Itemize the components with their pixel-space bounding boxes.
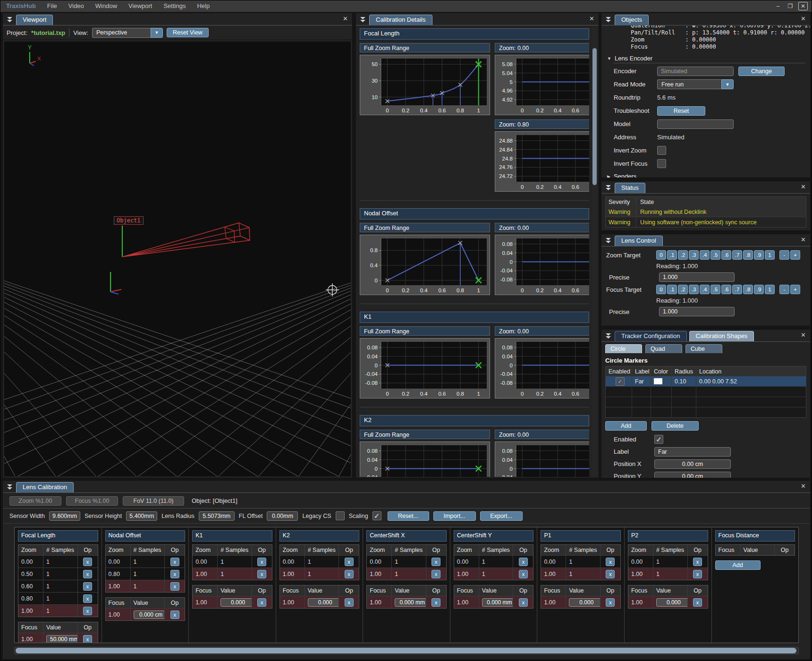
check-icon[interactable]: ✓ [616, 377, 625, 386]
zoom-progress-button[interactable]: Zoom %1.00 [9, 496, 61, 506]
sample-row[interactable]: 1.001x [541, 568, 620, 580]
view-select[interactable]: Perspective ▼ [92, 28, 163, 38]
read-mode-select[interactable]: Free run ▼ [657, 79, 734, 89]
close-icon[interactable]: ✕ [343, 16, 348, 22]
target-value-button[interactable]: .9 [754, 285, 764, 294]
target-value-button[interactable]: .7 [732, 250, 742, 260]
reset-button[interactable]: Reset [657, 106, 705, 116]
tab-objects[interactable]: Objects [615, 15, 649, 25]
sample-row[interactable]: 1.001x [454, 568, 533, 580]
sample-row[interactable]: 0.501x [18, 568, 98, 580]
import-button[interactable]: Import... [433, 511, 476, 521]
remove-sample-button[interactable]: x [257, 570, 266, 578]
remove-sample-button[interactable]: x [693, 598, 702, 607]
sample-row[interactable]: 1.001x [280, 568, 359, 580]
focus-row[interactable]: 1.000.000 mmx [367, 596, 446, 608]
remove-sample-button[interactable]: x [519, 570, 528, 578]
tab-calibration-shapes[interactable]: Calibration Shapes [689, 331, 754, 341]
remove-sample-button[interactable]: x [519, 598, 528, 607]
sample-row[interactable]: 0.001x [193, 555, 272, 568]
encoder-field[interactable]: Simulated [657, 67, 734, 76]
menu-file[interactable]: File [42, 0, 63, 12]
collapse-icon[interactable] [604, 16, 612, 23]
target-value-button[interactable]: .6 [721, 250, 731, 260]
value-input[interactable]: 0.000 cm [134, 610, 165, 619]
tab-status[interactable]: Status [615, 183, 645, 193]
collapse-icon[interactable] [604, 237, 612, 244]
add-focus-button[interactable]: Add [715, 560, 761, 570]
remove-sample-button[interactable]: x [170, 570, 179, 578]
remove-sample-button[interactable]: x [693, 558, 702, 566]
target-value-button[interactable]: .1 [667, 250, 677, 260]
remove-sample-button[interactable]: x [606, 558, 615, 566]
focus-row[interactable]: 1.000.000x [193, 596, 272, 608]
remove-sample-button[interactable]: x [345, 598, 354, 607]
target-value-button[interactable]: 1 [765, 285, 775, 294]
marker-label-input[interactable] [654, 447, 731, 457]
collapse-icon[interactable] [604, 184, 612, 191]
menu-video[interactable]: Video [63, 0, 90, 12]
sample-row[interactable]: 0.801x [106, 568, 185, 580]
remove-sample-button[interactable]: x [519, 558, 528, 566]
collapse-icon[interactable] [604, 332, 612, 339]
subtab-circle[interactable]: Circle [605, 344, 642, 353]
sample-row[interactable]: 1.001x [628, 568, 708, 580]
increment-button[interactable]: + [790, 250, 800, 260]
sample-row[interactable]: 0.001x [280, 555, 359, 568]
sensor-width-field[interactable]: 9.600mm [49, 511, 80, 521]
close-icon[interactable]: ✕ [589, 16, 594, 22]
reset-calibration-button[interactable]: Reset... [388, 511, 429, 521]
minimize-icon[interactable]: – [774, 2, 782, 10]
scrollbar-thumb[interactable] [16, 648, 796, 653]
subtab-quad[interactable]: Quad [645, 344, 682, 353]
remove-sample-button[interactable]: x [83, 558, 92, 566]
focus-row[interactable]: 1.000.000x [628, 596, 708, 608]
menu-settings[interactable]: Settings [158, 0, 191, 12]
scaling-checkbox[interactable]: ✓ [372, 511, 381, 520]
focus-row[interactable]: 1.000.000x [280, 596, 359, 608]
legacy-cs-checkbox[interactable] [336, 511, 345, 520]
object-label[interactable]: Object1 [114, 216, 144, 225]
remove-sample-button[interactable]: x [83, 582, 92, 591]
lens-encoder-header[interactable]: ▼ Lens Encoder [607, 55, 810, 62]
close-icon[interactable]: ✕ [801, 184, 806, 190]
remove-sample-button[interactable]: x [606, 570, 615, 578]
reset-view-button[interactable]: Reset View [167, 28, 209, 37]
decrement-button[interactable]: - [779, 250, 789, 260]
precise-zoom-input[interactable] [659, 272, 735, 282]
target-value-button[interactable]: 0 [656, 250, 666, 260]
value-input[interactable]: 0.000 [569, 598, 601, 607]
sample-row[interactable]: 1.001x [18, 604, 98, 617]
remove-sample-button[interactable]: x [83, 570, 92, 578]
senders-header[interactable]: ▶ Senders [607, 173, 810, 178]
empty-marker-row[interactable] [606, 386, 806, 397]
close-icon[interactable]: ✕ [798, 2, 808, 10]
value-input[interactable]: 0.000 [656, 598, 688, 607]
tab-viewport[interactable]: Viewport [16, 15, 53, 25]
value-input[interactable]: 0.000 mm [395, 598, 426, 607]
fov-button[interactable]: FoV 11.0 (11.0) [123, 496, 184, 506]
target-value-button[interactable]: .2 [678, 250, 688, 260]
target-value-button[interactable]: .5 [710, 285, 720, 294]
sample-row[interactable]: 0.001x [106, 555, 185, 568]
close-icon[interactable]: ✕ [801, 332, 806, 338]
precise-focus-input[interactable] [659, 307, 735, 316]
increment-button[interactable]: + [790, 285, 800, 294]
sample-row[interactable]: 0.601x [18, 580, 98, 592]
focus-row[interactable]: 1.0050.000 mmx [18, 633, 98, 643]
focus-row[interactable]: 1.000.000x [541, 596, 620, 608]
status-row[interactable]: WarningUsing software (non-genlocked) sy… [606, 217, 806, 227]
target-value-button[interactable]: .6 [721, 285, 731, 294]
position-x-input[interactable] [654, 459, 731, 469]
sample-row[interactable]: 0.001x [18, 555, 98, 568]
focus-row[interactable]: 1.000.000 cmx [106, 608, 185, 620]
target-value-button[interactable]: .8 [743, 285, 753, 294]
color-swatch[interactable] [654, 378, 662, 384]
marker-enabled-checkbox[interactable]: ✓ [654, 435, 663, 444]
empty-marker-row[interactable] [606, 407, 806, 417]
target-value-button[interactable]: 1 [765, 250, 775, 260]
close-icon[interactable]: ✕ [801, 16, 806, 22]
remove-sample-button[interactable]: x [83, 635, 92, 643]
sensor-height-field[interactable]: 5.400mm [126, 511, 157, 521]
model-field[interactable] [657, 119, 734, 129]
